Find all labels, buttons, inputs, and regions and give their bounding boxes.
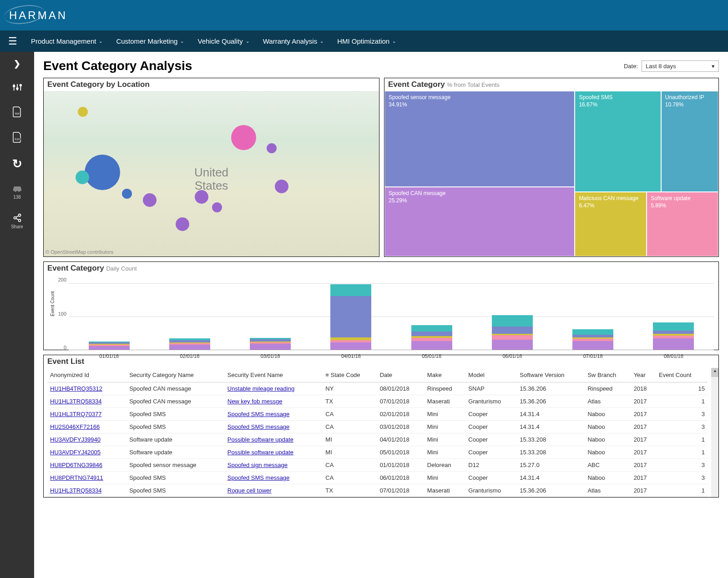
anon-id-link[interactable]: HU1HL3TRQ58334	[50, 487, 101, 494]
anon-id-link[interactable]: HU3AVDFYJ39940	[50, 436, 101, 443]
nav-product-management[interactable]: Product Management ⌄	[31, 37, 102, 45]
cell: Cooper	[465, 446, 517, 459]
col-swbranch[interactable]: Sw Branch	[585, 368, 631, 382]
map-bubble[interactable]	[78, 107, 88, 117]
map-bubble[interactable]	[85, 155, 120, 190]
table-row: HU1HL3TRQ58334Spoofed SMSRogue cell towe…	[47, 484, 708, 497]
map-bubble[interactable]	[195, 190, 208, 204]
map-bubble[interactable]	[143, 193, 157, 207]
cell: 04/01/2018	[377, 433, 425, 446]
export-xlsx-icon[interactable]: XLSX	[12, 131, 23, 143]
col-year[interactable]: Year	[631, 368, 656, 382]
cell: Mini	[425, 446, 466, 459]
bar[interactable]: 04/01/18	[330, 284, 371, 350]
hamburger-icon[interactable]: ☰	[8, 35, 17, 47]
nav-vehicle-quality[interactable]: Vehicle Quality ⌄	[197, 37, 249, 45]
col-make[interactable]: Make	[425, 368, 466, 382]
bar[interactable]: 01/01/18	[89, 342, 130, 350]
treemap-cell-unauth-ip[interactable]: Unauthorized IP10.78%	[661, 91, 718, 192]
map-area[interactable]: UnitedStates © OpenStreetMap contributor…	[44, 91, 379, 256]
event-name-link[interactable]: Spoofed SMS message	[228, 411, 290, 417]
share-icon[interactable]: Share	[11, 213, 23, 229]
map-bubble[interactable]	[122, 189, 132, 199]
anon-id-link[interactable]: HU1HB4TRQ35312	[50, 385, 102, 392]
col-model[interactable]: Model	[465, 368, 517, 382]
bar[interactable]: 03/01/18	[250, 338, 291, 350]
date-value: Last 8 days	[646, 63, 676, 70]
event-name-link[interactable]: Rogue cell tower	[228, 487, 272, 494]
barchart-area[interactable]: Event Count 200 100 0 01/01/1802/01/1803…	[44, 275, 718, 350]
col-sec-cat[interactable]: Security Category Name	[126, 368, 225, 382]
col-swver[interactable]: Software Version	[517, 368, 585, 382]
export-pdf-icon[interactable]: PDF	[12, 106, 23, 118]
col-state[interactable]: State Code	[323, 368, 377, 382]
col-count[interactable]: Event Count	[656, 368, 708, 382]
nav-label: Vehicle Quality	[197, 37, 243, 45]
date-dropdown[interactable]: Last 8 days ▾	[642, 60, 719, 72]
map-bubble[interactable]	[176, 217, 189, 231]
treemap-cell-malicious[interactable]: Maliciuos CAN message6.47%	[575, 192, 647, 256]
map-bubble[interactable]	[275, 180, 288, 193]
nav-hmi-optimization[interactable]: HMI Optimization ⌄	[337, 37, 396, 45]
bar[interactable]: 07/01/18	[572, 329, 613, 350]
cell: Software update	[126, 446, 225, 459]
event-name-link[interactable]: Unstable mileage reading	[228, 385, 294, 392]
treemap-cell-spoofed-can[interactable]: Spoofed CAN message25.29%	[384, 187, 575, 256]
nav-warranty-analysis[interactable]: Warranty Analysis ⌄	[263, 37, 324, 45]
map-bubble[interactable]	[267, 143, 277, 153]
event-name-link[interactable]: Spoofed SMS message	[228, 474, 290, 481]
header-logo-bar: HARMAN	[0, 0, 728, 30]
col-anon-id[interactable]: Anonymized Id	[47, 368, 126, 382]
treemap-area[interactable]: Spoofed sensor message34.91% Spoofed CAN…	[384, 91, 718, 256]
event-name-link[interactable]: New key fob messge	[228, 398, 283, 405]
table-row: HU8PD6TNG39846Spoofed sensor messageSpoo…	[47, 459, 708, 472]
nav-label: Product Management	[31, 37, 96, 45]
cell: Naboo	[585, 433, 631, 446]
map-bubble[interactable]	[231, 125, 256, 150]
sliders-icon[interactable]	[12, 82, 22, 92]
treemap-cell-software[interactable]: Software update5.89%	[647, 192, 718, 256]
col-sec-evt[interactable]: Security Event Name	[225, 368, 323, 382]
bar[interactable]: 02/01/18	[169, 338, 210, 350]
refresh-icon[interactable]: ↻	[12, 157, 22, 171]
cell: 15.36.206	[517, 382, 585, 395]
cell: 14.31.4	[517, 472, 585, 484]
table-row: HU3AVDFYJ39940Software updatePossible so…	[47, 433, 708, 446]
anon-id-link[interactable]: HU1HL3TRQ58334	[50, 398, 101, 405]
nav-customer-marketing[interactable]: Customer Marketing ⌄	[116, 37, 184, 45]
cell: 2017	[631, 408, 656, 421]
svg-point-3	[13, 85, 15, 87]
cell: MI	[323, 433, 377, 446]
cell: Naboo	[585, 446, 631, 459]
anon-id-link[interactable]: HU3AVDFYJ42005	[50, 449, 101, 456]
map-bubble[interactable]	[76, 171, 89, 184]
cell: Granturismo	[465, 484, 517, 497]
bar[interactable]: 06/01/18	[492, 315, 533, 350]
treemap-cell-spoofed-sensor[interactable]: Spoofed sensor message34.91%	[384, 91, 575, 187]
anon-id-link[interactable]: HU2S046XF72166	[50, 423, 100, 430]
event-name-link[interactable]: Spoofed sign message	[228, 462, 288, 468]
y-tick: 0	[64, 345, 69, 350]
event-name-link[interactable]: Spoofed SMS message	[228, 423, 290, 430]
table-row: HU1HL3TRQ70377Spoofed SMSSpoofed SMS mes…	[47, 408, 708, 421]
anon-id-link[interactable]: HU8PDRTNG74911	[50, 474, 103, 481]
y-axis-label: Event Count	[50, 291, 55, 316]
map-bubble[interactable]	[212, 202, 222, 212]
vehicle-count-icon[interactable]: 138	[11, 185, 23, 200]
treemap-cell-spoofed-sms[interactable]: Spoofed SMS16.67%	[575, 91, 661, 192]
table-scrollbar[interactable]: ▴	[711, 368, 718, 497]
cell: Spoofed CAN message	[126, 395, 225, 408]
bar[interactable]: 05/01/18	[411, 325, 452, 350]
sidebar-expand-icon[interactable]: ❯	[14, 59, 20, 69]
map-attribution: © OpenStreetMap contributors	[46, 249, 113, 255]
anon-id-link[interactable]: HU8PD6TNG39846	[50, 462, 102, 468]
top-nav: ☰ Product Management ⌄ Customer Marketin…	[0, 30, 728, 52]
cell: 2017	[631, 421, 656, 433]
bar[interactable]: 08/01/18	[653, 322, 694, 350]
event-name-link[interactable]: Possible software update	[228, 449, 293, 456]
cell: Mini	[425, 408, 466, 421]
anon-id-link[interactable]: HU1HL3TRQ70377	[50, 411, 101, 417]
event-name-link[interactable]: Possible software update	[228, 436, 293, 443]
col-date[interactable]: Date	[377, 368, 425, 382]
cell: Spoofed SMS	[126, 408, 225, 421]
